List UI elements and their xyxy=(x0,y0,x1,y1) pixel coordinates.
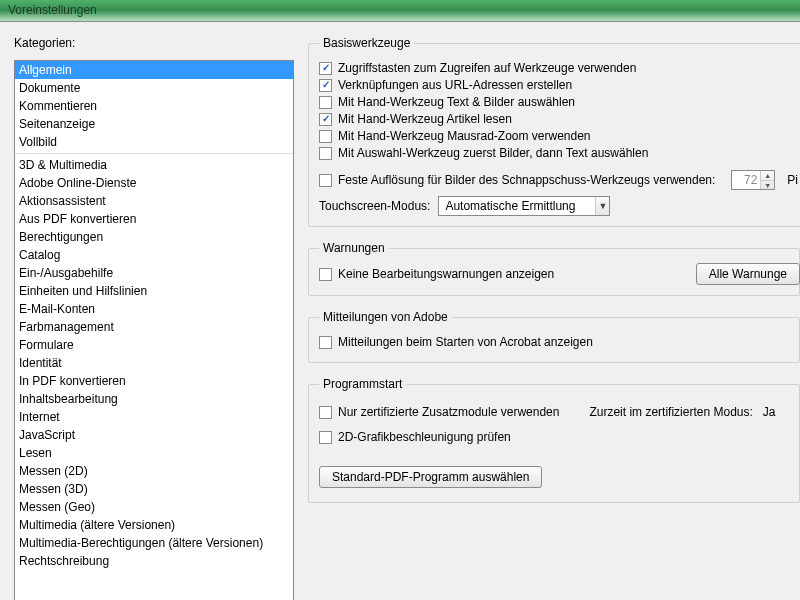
list-item[interactable]: Messen (3D) xyxy=(15,480,293,498)
checkbox-row: Mit Auswahl-Werkzeug zuerst Bilder, dann… xyxy=(319,146,798,160)
list-item[interactable]: 3D & Multimedia xyxy=(15,156,293,174)
list-item[interactable]: Einheiten und Hilfslinien xyxy=(15,282,293,300)
label-adobe-messages: Mitteilungen beim Starten von Acrobat an… xyxy=(338,335,593,349)
list-item[interactable]: Seitenanzeige xyxy=(15,115,293,133)
list-item[interactable]: Ein-/Ausgabehilfe xyxy=(15,264,293,282)
list-item[interactable]: Farbmanagement xyxy=(15,318,293,336)
default-pdf-app-button[interactable]: Standard-PDF-Programm auswählen xyxy=(319,466,542,488)
window-title: Voreinstellungen xyxy=(8,3,97,17)
list-item[interactable]: Aus PDF konvertieren xyxy=(15,210,293,228)
group-legend: Programmstart xyxy=(319,377,406,391)
list-item[interactable]: Identität xyxy=(15,354,293,372)
label-certified-plugins: Nur zertifizierte Zusatzmodule verwenden xyxy=(338,405,559,419)
checkbox-row: Zugriffstasten zum Zugreifen auf Werkzeu… xyxy=(319,61,798,75)
checkbox-label: Mit Hand-Werkzeug Text & Bilder auswähle… xyxy=(338,95,575,109)
snapshot-res-spinner[interactable]: ▲▼ xyxy=(731,170,775,190)
list-item[interactable]: E-Mail-Konten xyxy=(15,300,293,318)
list-item[interactable]: Berechtigungen xyxy=(15,228,293,246)
label-2d-gfx: 2D-Grafikbeschleunigung prüfen xyxy=(338,430,511,444)
checkbox-certified-plugins[interactable] xyxy=(319,406,332,419)
group-programmstart: Programmstart Nur zertifizierte Zusatzmo… xyxy=(308,377,800,503)
checkbox-row: Mit Hand-Werkzeug Text & Bilder auswähle… xyxy=(319,95,798,109)
list-item[interactable]: Aktionsassistent xyxy=(15,192,293,210)
checkbox[interactable] xyxy=(319,62,332,75)
checkbox-row: Mit Hand-Werkzeug Artikel lesen xyxy=(319,112,798,126)
snapshot-res-input[interactable] xyxy=(732,171,760,189)
list-item[interactable]: Multimedia-Berechtigungen (ältere Versio… xyxy=(15,534,293,552)
checkbox-snapshot-res[interactable] xyxy=(319,174,332,187)
list-item[interactable]: Messen (2D) xyxy=(15,462,293,480)
checkbox[interactable] xyxy=(319,113,332,126)
group-warnungen: Warnungen Keine Bearbeitungswarnungen an… xyxy=(308,241,800,296)
list-item[interactable]: Vollbild xyxy=(15,133,293,151)
checkbox-label: Verknüpfungen aus URL-Adressen erstellen xyxy=(338,78,572,92)
label-no-edit-warnings: Keine Bearbeitungswarnungen anzeigen xyxy=(338,267,554,281)
list-item[interactable]: JavaScript xyxy=(15,426,293,444)
dialog-body: Kategorien: AllgemeinDokumenteKommentier… xyxy=(0,22,800,600)
group-legend: Basiswerkzeuge xyxy=(319,36,414,50)
reset-warnings-button[interactable]: Alle Warnunge xyxy=(696,263,800,285)
checkbox-row: Verknüpfungen aus URL-Adressen erstellen xyxy=(319,78,798,92)
group-basiswerkzeuge: Basiswerkzeuge Zugriffstasten zum Zugrei… xyxy=(308,36,800,227)
label-snapshot-res: Feste Auflösung für Bilder des Schnappsc… xyxy=(338,173,715,187)
checkbox-no-edit-warnings[interactable] xyxy=(319,268,332,281)
list-item[interactable]: Internet xyxy=(15,408,293,426)
combo-touchscreen-mode[interactable]: Automatische Ermittlung ▼ xyxy=(438,196,610,216)
list-item[interactable]: Dokumente xyxy=(15,79,293,97)
checkbox[interactable] xyxy=(319,96,332,109)
combo-value: Automatische Ermittlung xyxy=(445,199,575,213)
window-titlebar: Voreinstellungen xyxy=(0,0,800,22)
settings-pane: Basiswerkzeuge Zugriffstasten zum Zugrei… xyxy=(308,36,800,600)
checkbox[interactable] xyxy=(319,130,332,143)
checkbox[interactable] xyxy=(319,79,332,92)
list-item[interactable]: Rechtschreibung xyxy=(15,552,293,570)
label-touchscreen-mode: Touchscreen-Modus: xyxy=(319,199,430,213)
group-legend: Warnungen xyxy=(319,241,389,255)
checkbox-adobe-messages[interactable] xyxy=(319,336,332,349)
snapshot-res-unit: Pi xyxy=(787,173,798,187)
list-item[interactable]: Formulare xyxy=(15,336,293,354)
checkbox-label: Mit Hand-Werkzeug Artikel lesen xyxy=(338,112,512,126)
checkbox-row: Mit Hand-Werkzeug Mausrad-Zoom verwenden xyxy=(319,129,798,143)
spinner-arrows[interactable]: ▲▼ xyxy=(760,171,774,189)
list-item[interactable]: Adobe Online-Dienste xyxy=(15,174,293,192)
list-item[interactable]: Multimedia (ältere Versionen) xyxy=(15,516,293,534)
list-item[interactable]: Allgemein xyxy=(15,61,293,79)
label-cert-status: Zurzeit im zertifizierten Modus: xyxy=(589,405,752,419)
group-legend: Mitteilungen von Adobe xyxy=(319,310,452,324)
categories-listbox[interactable]: AllgemeinDokumenteKommentierenSeitenanze… xyxy=(14,60,294,600)
value-cert-status: Ja xyxy=(763,405,776,419)
list-item[interactable]: Catalog xyxy=(15,246,293,264)
list-item[interactable]: Lesen xyxy=(15,444,293,462)
checkbox-label: Mit Auswahl-Werkzeug zuerst Bilder, dann… xyxy=(338,146,648,160)
chevron-down-icon: ▼ xyxy=(595,197,609,215)
group-adobe-messages: Mitteilungen von Adobe Mitteilungen beim… xyxy=(308,310,800,363)
checkbox-2d-gfx[interactable] xyxy=(319,431,332,444)
list-separator xyxy=(15,153,293,154)
checkbox-label: Zugriffstasten zum Zugreifen auf Werkzeu… xyxy=(338,61,636,75)
list-item[interactable]: Messen (Geo) xyxy=(15,498,293,516)
list-item[interactable]: In PDF konvertieren xyxy=(15,372,293,390)
checkbox-label: Mit Hand-Werkzeug Mausrad-Zoom verwenden xyxy=(338,129,591,143)
list-item[interactable]: Inhaltsbearbeitung xyxy=(15,390,293,408)
list-item[interactable]: Kommentieren xyxy=(15,97,293,115)
checkbox[interactable] xyxy=(319,147,332,160)
